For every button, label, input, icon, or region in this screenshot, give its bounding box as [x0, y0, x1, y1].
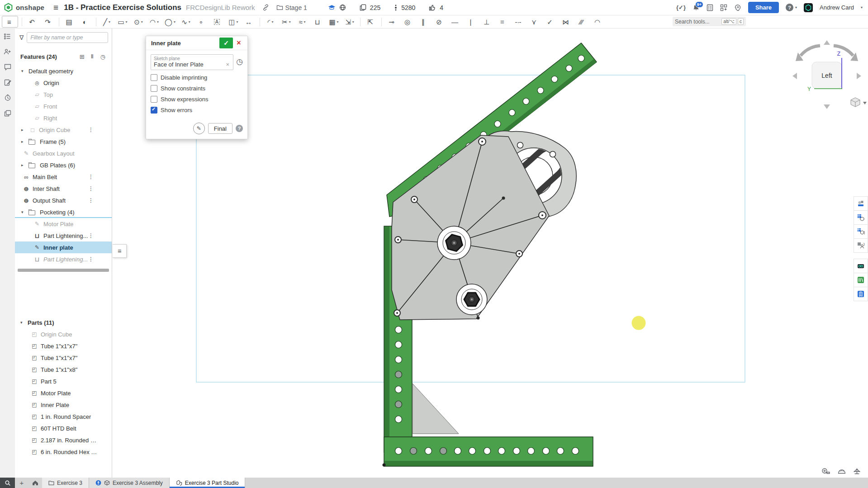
checkbox[interactable] — [151, 107, 157, 114]
public-globe-icon[interactable] — [339, 4, 346, 11]
chevron-icon[interactable]: ▾ — [21, 210, 28, 214]
accept-button[interactable]: ✓ — [219, 38, 233, 48]
gusset-plate[interactable] — [413, 384, 459, 434]
part-row[interactable]: Tube 1"x1"x7" — [15, 340, 112, 352]
education-icon[interactable] — [328, 5, 336, 11]
horizontal-constraint-icon[interactable]: — — [448, 16, 463, 27]
feature-row[interactable]: Part Lightening... ⋮ — [15, 253, 112, 265]
feature-row[interactable]: Right — [15, 112, 112, 124]
chevron-icon[interactable]: ▸ — [21, 128, 28, 132]
feature-row[interactable]: Top — [15, 89, 112, 100]
new-folder-icon[interactable]: ⊞ — [80, 53, 85, 60]
tangent-constraint-icon[interactable]: ⊘ — [432, 16, 447, 27]
part-row[interactable]: Tube 1"x1"x8" — [15, 364, 112, 375]
checkbox[interactable] — [151, 74, 157, 81]
feature-row[interactable]: ▸ Frame (5) — [15, 136, 112, 147]
final-button[interactable]: Final — [208, 123, 232, 134]
suppress-icon[interactable]: ‖ — [91, 53, 94, 60]
add-tab-button[interactable]: + — [15, 478, 28, 488]
zoom-to-fit-icon[interactable]: ⇱ — [363, 16, 379, 27]
part-row[interactable]: Inner Plate — [15, 399, 112, 411]
protractor-icon[interactable] — [837, 468, 846, 474]
link-icon[interactable] — [262, 4, 269, 11]
part-row[interactable]: Origin Cube — [15, 328, 112, 340]
view-options-cube-icon[interactable] — [851, 98, 860, 107]
cancel-button[interactable]: × — [233, 38, 245, 48]
feature-row[interactable]: Part Lightening... ⋮ — [15, 230, 112, 242]
feature-row[interactable]: Inner plate — [15, 242, 112, 253]
part-row[interactable]: 2.187 in. Rounded Hex ... — [15, 434, 112, 446]
home-button[interactable] — [28, 478, 42, 488]
symmetric-constraint-icon[interactable]: ⋈ — [559, 16, 574, 27]
feature-row[interactable]: ▸ Origin Cube ⋮ — [15, 124, 112, 136]
final-sketch-icon[interactable]: ✎ — [193, 123, 205, 134]
avatar[interactable] — [804, 3, 813, 12]
configured-features-panel-icon[interactable]: } — [854, 224, 868, 239]
checkbox-row[interactable]: Show expressions — [151, 96, 243, 103]
arc-tool-icon[interactable]: ◠▾ — [147, 16, 162, 27]
sketch-list-flyout-button[interactable]: ≡ — [113, 244, 127, 258]
appearance-icon[interactable]: ◐ — [78, 16, 93, 27]
kebab-menu-icon[interactable]: ⋮ — [88, 256, 92, 262]
dimension-tool-icon[interactable]: ↔ — [242, 16, 257, 27]
configured-properties-panel-icon[interactable]: ) — [854, 238, 868, 253]
fix-constraint-icon[interactable]: ∕∕∕ — [574, 16, 590, 27]
kebab-menu-icon[interactable]: ⋮ — [88, 185, 92, 192]
follow-mode-icon[interactable] — [3, 47, 13, 56]
part-row[interactable]: Part 5 — [15, 375, 112, 387]
feature-row[interactable]: ▾ Pocketing (4) — [15, 206, 112, 218]
part-row[interactable]: Motor Plate — [15, 387, 112, 399]
sketch-plane-field[interactable]: Sketch plane Face of Inner Plate × — [151, 54, 233, 70]
point-tool-icon[interactable]: ∘ — [194, 16, 209, 27]
checkbox[interactable] — [151, 96, 157, 103]
part-row[interactable]: 1 in. Round Spacer — [15, 411, 112, 422]
spline-tool-icon[interactable]: ∿▾ — [178, 16, 194, 27]
feature-row[interactable]: ▾ Default geometry — [15, 65, 112, 77]
feature-row[interactable]: ▸ GB Plates (6) — [15, 159, 112, 171]
use-project-tool-icon[interactable]: ⊔ — [310, 16, 326, 27]
user-name[interactable]: Andrew Card — [820, 4, 854, 11]
chevron-icon[interactable]: ▾ — [21, 69, 28, 73]
history-panel-icon[interactable] — [3, 93, 13, 102]
coincident-constraint-icon[interactable]: ⊸ — [384, 16, 400, 27]
appearance-panel-icon[interactable] — [854, 196, 868, 211]
document-title[interactable]: 1B - Practice Exercise Solutions — [64, 3, 181, 12]
kebab-menu-icon[interactable]: ⋮ — [88, 197, 92, 204]
part-row[interactable]: Tube 1"x1"x7" — [15, 352, 112, 364]
versions-panel-icon[interactable] — [3, 109, 13, 118]
view-cube[interactable]: Left Z Y — [786, 34, 868, 113]
line-tool-icon[interactable]: ╱▾ — [99, 16, 114, 27]
equal-constraint-icon[interactable]: = — [495, 16, 511, 27]
concentric-constraint-icon[interactable]: ◎ — [400, 16, 416, 27]
rotate-left-arrow[interactable] — [792, 73, 797, 79]
insertables-grid-icon[interactable] — [720, 4, 727, 11]
stopwatch-icon[interactable]: ◷ — [100, 53, 105, 60]
tape-measure-icon[interactable] — [821, 468, 830, 474]
chevron-icon[interactable]: ▸ — [21, 139, 28, 144]
kebab-menu-icon[interactable]: ⋮ — [88, 127, 92, 133]
user-menu-caret-icon[interactable]: ▾ — [861, 5, 863, 9]
feature-row[interactable]: Front — [15, 100, 112, 112]
feature-list-panel-icon[interactable] — [3, 32, 13, 41]
rotate-down-arrow[interactable] — [824, 104, 830, 109]
text-tool-icon[interactable]: A — [210, 16, 225, 27]
featurescript-notices-icon[interactable]: {✓} — [676, 4, 686, 11]
kebab-menu-icon[interactable]: ⋮ — [88, 174, 92, 180]
feature-row[interactable]: Origin — [15, 77, 112, 89]
history-clock-icon[interactable]: ◷ — [236, 57, 243, 66]
feature-row[interactable]: Motor Plate — [15, 218, 112, 230]
mass-properties-icon[interactable] — [853, 468, 861, 474]
version-graph-icon[interactable] — [394, 4, 398, 11]
perpendicular-constraint-icon[interactable]: ⊥ — [479, 16, 495, 27]
view-options-caret-icon[interactable] — [863, 102, 867, 104]
feature-row[interactable]: Output Shaft ⋮ — [15, 194, 112, 206]
pierce-constraint-icon[interactable]: ✓ — [543, 16, 558, 27]
tab-exercise-3[interactable]: Exercise 3 — [42, 478, 89, 488]
rollback-bar[interactable] — [18, 269, 109, 272]
checkbox[interactable] — [151, 85, 157, 92]
share-button[interactable]: Share — [748, 2, 779, 13]
configurations-panel-icon[interactable] — [854, 210, 868, 225]
trim-tool-icon[interactable]: ✂▾ — [279, 16, 294, 27]
fillet-tool-icon[interactable]: ◜▾ — [263, 16, 278, 27]
custom-shaft-panel-icon[interactable] — [854, 259, 868, 273]
